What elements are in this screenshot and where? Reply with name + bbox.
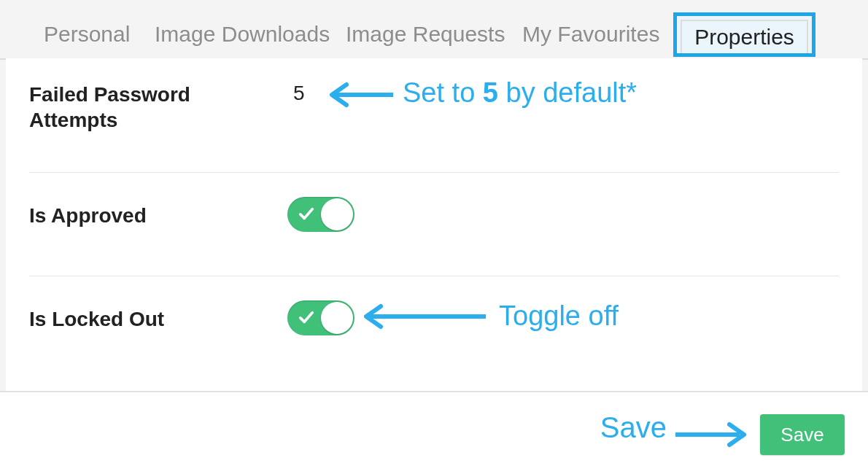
annotation-save: Save bbox=[600, 411, 667, 444]
tab-properties-label: Properties bbox=[694, 25, 794, 50]
properties-panel: Failed Password Attempts 5 Set to 5 by d… bbox=[6, 58, 862, 392]
check-icon bbox=[298, 206, 314, 222]
tab-my-favourites[interactable]: My Favourites bbox=[522, 23, 659, 45]
is-locked-out-toggle[interactable] bbox=[287, 300, 354, 335]
tab-bar: Personal Image Downloads Image Requests … bbox=[0, 0, 868, 60]
divider bbox=[29, 172, 839, 173]
arrow-left-icon bbox=[359, 303, 487, 330]
row-is-approved: Is Approved bbox=[29, 187, 839, 263]
toggle-knob bbox=[321, 198, 353, 230]
save-bar: Save Save bbox=[0, 391, 868, 474]
row-failed-password-attempts: Failed Password Attempts 5 Set to 5 by d… bbox=[29, 77, 839, 172]
is-approved-label: Is Approved bbox=[29, 203, 147, 228]
save-button[interactable]: Save bbox=[760, 414, 845, 455]
failed-password-attempts-label: Failed Password Attempts bbox=[29, 82, 212, 133]
tab-properties-highlight[interactable]: Properties bbox=[673, 12, 815, 57]
toggle-knob bbox=[321, 302, 353, 334]
failed-password-attempts-value[interactable]: 5 bbox=[293, 82, 305, 105]
check-icon bbox=[298, 309, 314, 325]
arrow-left-icon bbox=[325, 82, 395, 108]
arrow-right-icon bbox=[674, 421, 751, 448]
tab-personal[interactable]: Personal bbox=[44, 23, 130, 45]
tab-image-downloads[interactable]: Image Downloads bbox=[155, 23, 330, 45]
row-is-locked-out: Is Locked Out Toggle off bbox=[29, 290, 839, 366]
divider bbox=[29, 276, 839, 276]
annotation-toggle-off: Toggle off bbox=[499, 300, 619, 332]
annotation-default-5: Set to 5 by default* bbox=[403, 77, 637, 109]
tab-image-requests[interactable]: Image Requests bbox=[346, 23, 505, 45]
is-locked-out-label: Is Locked Out bbox=[29, 306, 164, 332]
is-approved-toggle[interactable] bbox=[287, 197, 354, 232]
tab-properties-inner: Properties bbox=[681, 20, 808, 53]
